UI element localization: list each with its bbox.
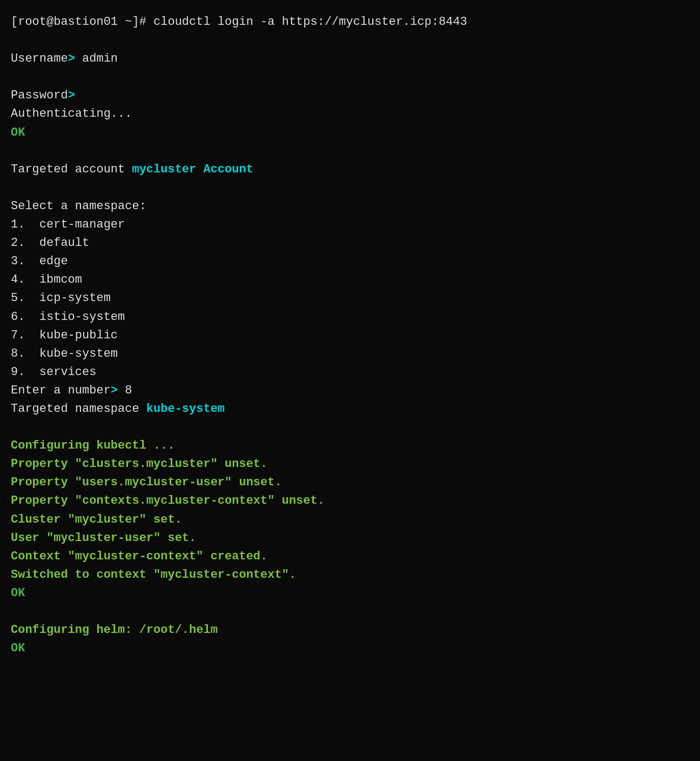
empty4	[11, 179, 689, 197]
terminal-window: [root@bastion01 ~]# cloudctl login -a ht…	[11, 13, 689, 658]
targeted-ns-line: Targeted namespace kube-system	[11, 400, 689, 418]
username-line: Username> admin	[11, 50, 689, 68]
ns7-line: 7. kube-public	[11, 326, 689, 345]
ok3-line: OK	[11, 639, 689, 658]
empty2	[11, 68, 689, 86]
ns4-line: 4. ibmcom	[11, 271, 689, 289]
cluster-set-line: Cluster "mycluster" set.	[11, 511, 689, 529]
ns1-line: 1. cert-manager	[11, 216, 689, 234]
empty6	[11, 603, 689, 621]
ns2-line: 2. default	[11, 234, 689, 252]
context-created-line: Context "mycluster-context" created.	[11, 548, 689, 566]
ns5-line: 5. icp-system	[11, 289, 689, 308]
enter-number-line: Enter a number> 8	[11, 382, 689, 400]
empty3	[11, 142, 689, 161]
password-line: Password>	[11, 86, 689, 105]
cmd-line: [root@bastion01 ~]# cloudctl login -a ht…	[11, 13, 689, 31]
configuring-helm-line: Configuring helm: /root/.helm	[11, 621, 689, 639]
ns3-line: 3. edge	[11, 252, 689, 271]
prop3-line: Property "contexts.mycluster-context" un…	[11, 492, 689, 510]
configuring-kubectl-line: Configuring kubectl ...	[11, 437, 689, 455]
prop2-line: Property "users.mycluster-user" unset.	[11, 473, 689, 492]
authenticating-line: Authenticating...	[11, 105, 689, 123]
ns6-line: 6. istio-system	[11, 308, 689, 326]
prop1-line: Property "clusters.mycluster" unset.	[11, 455, 689, 473]
switched-line: Switched to context "mycluster-context".	[11, 566, 689, 584]
ok1-line: OK	[11, 124, 689, 142]
empty1	[11, 31, 689, 50]
targeted-line: Targeted account mycluster Account	[11, 161, 689, 179]
empty5	[11, 418, 689, 437]
ns8-line: 8. kube-system	[11, 345, 689, 363]
ok2-line: OK	[11, 584, 689, 603]
user-set-line: User "mycluster-user" set.	[11, 529, 689, 548]
select-ns-line: Select a namespace:	[11, 197, 689, 216]
ns9-line: 9. services	[11, 363, 689, 382]
